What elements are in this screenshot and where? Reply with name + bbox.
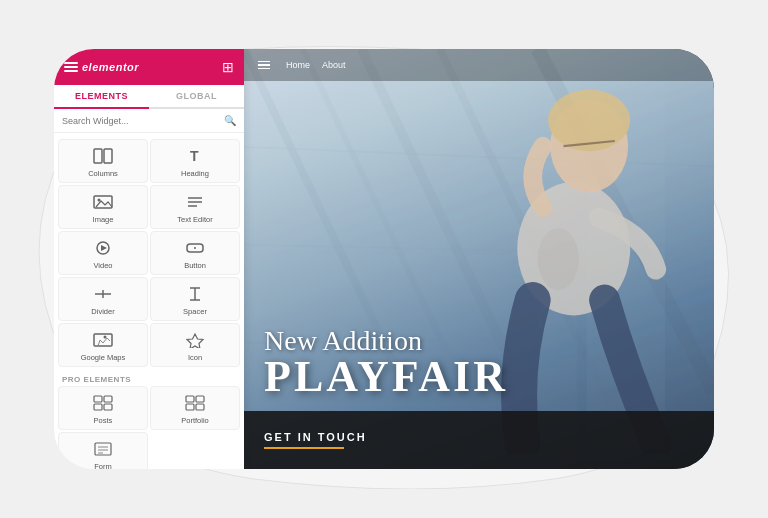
svg-point-47 [538, 228, 579, 290]
widget-button[interactable]: Button [150, 231, 240, 275]
widget-form-label: Form [94, 462, 112, 469]
cta-button[interactable]: GET IN TOUCH [264, 431, 367, 449]
image-icon [93, 194, 113, 213]
columns-icon [93, 148, 113, 167]
svg-marker-20 [187, 334, 203, 348]
grid-icon[interactable]: ⊞ [222, 59, 234, 75]
widget-icon[interactable]: Icon [150, 323, 240, 367]
cta-underline [264, 447, 344, 449]
preview-area: Home About New Addition PLAYFAIR GET IN … [244, 49, 714, 469]
widget-divider[interactable]: Divider [58, 277, 148, 321]
content-wrapper: elementor ⊞ ELEMENTS GLOBAL 🔍 [54, 49, 714, 469]
svg-rect-25 [186, 396, 194, 402]
search-icon: 🔍 [224, 115, 236, 126]
cta-label: GET IN TOUCH [264, 431, 367, 443]
widget-spacer[interactable]: Spacer [150, 277, 240, 321]
nav-home[interactable]: Home [286, 60, 310, 70]
widget-video-label: Video [93, 261, 112, 270]
widget-image[interactable]: Image [58, 185, 148, 229]
widget-text-editor[interactable]: Text Editor [150, 185, 240, 229]
widget-button-label: Button [184, 261, 206, 270]
widget-image-label: Image [93, 215, 114, 224]
spacer-icon [185, 286, 205, 305]
sidebar-tabs: ELEMENTS GLOBAL [54, 85, 244, 109]
svg-rect-0 [94, 149, 102, 163]
svg-point-4 [98, 199, 101, 202]
svg-rect-21 [94, 396, 102, 402]
widget-heading[interactable]: T Heading [150, 139, 240, 183]
widget-portfolio[interactable]: Portfolio [150, 386, 240, 430]
text-overlay: New Addition PLAYFAIR [264, 327, 508, 399]
portfolio-icon [185, 395, 205, 414]
widget-portfolio-label: Portfolio [181, 416, 209, 425]
display-headline: PLAYFAIR [264, 355, 508, 399]
widget-video[interactable]: Video [58, 231, 148, 275]
widget-divider-label: Divider [91, 307, 114, 316]
widget-spacer-label: Spacer [183, 307, 207, 316]
svg-rect-24 [104, 404, 112, 410]
svg-rect-28 [196, 404, 204, 410]
text-editor-icon [185, 194, 205, 213]
heading-icon: T [185, 148, 205, 167]
cta-area: GET IN TOUCH [244, 411, 714, 469]
nav-links: Home About [286, 60, 346, 70]
widget-text-editor-label: Text Editor [177, 215, 212, 224]
sidebar-topbar: elementor ⊞ [54, 49, 244, 85]
pro-elements-label: PRO ELEMENTS [58, 371, 240, 386]
preview-hamburger[interactable] [258, 61, 270, 70]
scene: elementor ⊞ ELEMENTS GLOBAL 🔍 [0, 0, 768, 518]
widget-posts[interactable]: Posts [58, 386, 148, 430]
tab-elements[interactable]: ELEMENTS [54, 85, 149, 109]
video-icon [93, 240, 113, 259]
widget-icon-label: Icon [188, 353, 202, 362]
form-icon [93, 441, 113, 460]
posts-icon [93, 395, 113, 414]
pro-widgets-grid: Posts Portfolio Form [58, 386, 240, 469]
widget-columns[interactable]: Columns [58, 139, 148, 183]
svg-point-19 [104, 336, 107, 339]
svg-point-45 [548, 90, 630, 152]
preview-navbar: Home About [244, 49, 714, 81]
widget-columns-label: Columns [88, 169, 118, 178]
divider-icon [93, 286, 113, 305]
google-maps-icon [93, 332, 113, 351]
widget-form[interactable]: Form [58, 432, 148, 469]
svg-rect-27 [186, 404, 194, 410]
widget-google-maps[interactable]: Google Maps [58, 323, 148, 367]
widget-posts-label: Posts [94, 416, 113, 425]
basic-widgets-grid: Columns T Heading Image [58, 139, 240, 367]
svg-rect-23 [94, 404, 102, 410]
widget-google-maps-label: Google Maps [81, 353, 126, 362]
svg-rect-1 [104, 149, 112, 163]
elementor-sidebar: elementor ⊞ ELEMENTS GLOBAL 🔍 [54, 49, 244, 469]
nav-about[interactable]: About [322, 60, 346, 70]
tab-global[interactable]: GLOBAL [149, 85, 244, 107]
svg-marker-9 [101, 245, 107, 251]
search-input[interactable] [62, 116, 220, 126]
widget-heading-label: Heading [181, 169, 209, 178]
topbar-left: elementor [64, 61, 139, 73]
svg-point-11 [194, 247, 196, 249]
svg-rect-22 [104, 396, 112, 402]
icon-widget-icon [185, 332, 205, 351]
brand-name: elementor [82, 61, 139, 73]
hamburger-icon[interactable] [64, 62, 78, 72]
svg-text:T: T [190, 148, 199, 164]
sidebar-search: 🔍 [54, 109, 244, 133]
script-headline: New Addition [264, 327, 508, 355]
svg-rect-26 [196, 396, 204, 402]
button-icon [185, 240, 205, 259]
elements-grid: Columns T Heading Image [54, 133, 244, 469]
